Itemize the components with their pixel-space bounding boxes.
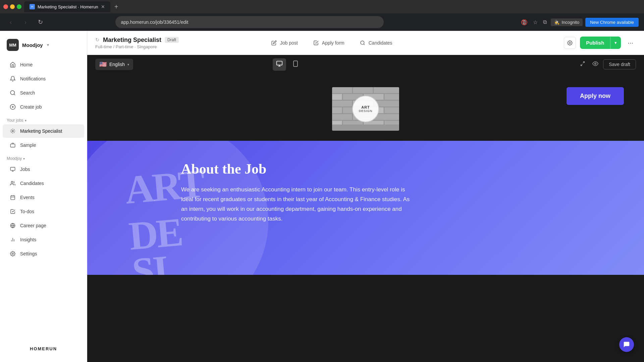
publish-main-btn[interactable]: Publish <box>580 37 610 49</box>
sidebar-candidates-label: Candidates <box>20 181 44 186</box>
svg-rect-43 <box>332 107 342 113</box>
svg-line-22 <box>364 44 365 45</box>
your-jobs-section: Your jobs ▾ <box>0 114 87 124</box>
job-subtitle: Full-time / Part-time · Singapore <box>95 44 179 49</box>
language-label: English <box>109 62 125 67</box>
nav-candidates-label: Candidates <box>369 40 392 46</box>
svg-rect-36 <box>332 94 342 100</box>
magnifier-icon <box>359 40 366 46</box>
bag-icon <box>9 142 16 148</box>
sidebar-career-page-label: Career page <box>20 223 46 228</box>
nav-candidates[interactable]: Candidates <box>353 37 399 49</box>
sidebar-item-settings[interactable]: Settings <box>3 247 84 260</box>
flag-icon: 🇺🇸 <box>99 61 107 68</box>
sidebar-item-todos[interactable]: To-dos <box>3 205 84 218</box>
brand-avatar: MM <box>7 39 19 51</box>
forward-btn[interactable]: › <box>20 17 31 27</box>
back-btn[interactable]: ‹ <box>5 17 16 27</box>
language-selector[interactable]: 🇺🇸 English ▾ <box>95 59 133 70</box>
maximize-window-btn[interactable] <box>17 4 21 9</box>
job-active-icon <box>9 128 16 134</box>
close-window-btn[interactable] <box>3 4 8 9</box>
nav-apply-form[interactable]: Apply form <box>306 37 351 49</box>
mobile-view-btn[interactable] <box>289 58 302 71</box>
more-options-btn[interactable]: ··· <box>625 38 636 48</box>
sidebar-item-insights[interactable]: Insights <box>3 233 84 246</box>
sidebar-insights-label: Insights <box>20 237 36 242</box>
sidebar-item-jobs[interactable]: Jobs <box>3 163 84 176</box>
svg-point-31 <box>595 63 596 64</box>
company-logo-area: ART DESIGN <box>279 87 451 131</box>
reload-btn[interactable]: ↻ <box>35 17 46 27</box>
sidebar: MM Moodjoy ▾ Home Notifications Search <box>0 31 87 362</box>
nav-job-post[interactable]: Job post <box>264 37 305 49</box>
incognito-label: Incognito <box>561 20 579 25</box>
sidebar-item-search[interactable]: Search <box>3 86 84 100</box>
home-icon <box>9 61 16 68</box>
browser-chrome: H Marketing Specialist · Homerun ✕ + <box>0 0 644 13</box>
svg-rect-7 <box>10 167 15 170</box>
url-bar[interactable]: app.homerun.co/job/336451/edit <box>115 16 384 28</box>
brand-area[interactable]: MM Moodjoy ▾ <box>0 36 87 58</box>
candidates-icon <box>9 180 16 187</box>
top-bar-actions: Publish ▾ ··· <box>564 37 636 49</box>
preview-eye-btn[interactable] <box>590 59 600 70</box>
bookmark-icon[interactable]: ☆ <box>532 18 539 27</box>
cursor-edit-btn[interactable] <box>578 59 588 70</box>
new-tab-btn[interactable]: + <box>112 3 121 11</box>
job-title-row: ↻ Marketing Specialist Draft <box>95 37 179 44</box>
gear-settings-btn[interactable] <box>564 37 576 49</box>
sidebar-item-events[interactable]: Events <box>3 191 84 204</box>
sidebar-jobs-label: Jobs <box>20 167 30 172</box>
svg-rect-6 <box>10 144 15 147</box>
split-view-icon[interactable]: ⧉ <box>542 18 548 26</box>
tab-close-btn[interactable]: ✕ <box>101 4 105 9</box>
save-draft-btn[interactable]: Save draft <box>603 59 636 69</box>
publish-dropdown-btn[interactable]: ▾ <box>610 37 621 49</box>
new-chrome-btn[interactable]: New Chrome available <box>585 18 639 27</box>
career-page-icon <box>9 222 16 229</box>
jobs-icon <box>9 166 16 173</box>
company-section: Moodjoy ▾ <box>0 152 87 162</box>
svg-point-21 <box>361 41 364 45</box>
incognito-badge: 🕵 Incognito <box>551 18 583 26</box>
job-content-section: ARTDESI About the Job We are seeking an … <box>87 141 644 275</box>
preview-area[interactable]: ART DESIGN Apply now ARTDESI <box>87 74 644 362</box>
logo-text-design: DESIGN <box>359 109 373 113</box>
sidebar-settings-label: Settings <box>20 251 37 256</box>
sync-icon[interactable]: ↻ <box>95 37 100 43</box>
bell-icon <box>9 75 16 82</box>
svg-point-10 <box>11 181 13 183</box>
sidebar-create-job-label: Create job <box>20 104 42 110</box>
sidebar-item-marketing-specialist[interactable]: Marketing Specialist <box>3 124 84 138</box>
brand-chevron-icon: ▾ <box>47 43 49 47</box>
sidebar-item-sample[interactable]: Sample <box>3 138 84 152</box>
publish-button-group[interactable]: Publish ▾ <box>580 37 621 49</box>
sidebar-item-candidates[interactable]: Candidates <box>3 177 84 190</box>
svg-rect-46 <box>384 107 399 113</box>
chat-bubble-btn[interactable] <box>619 337 634 352</box>
desktop-view-btn[interactable] <box>273 58 286 71</box>
svg-rect-35 <box>374 87 399 93</box>
apply-now-btn[interactable]: Apply now <box>567 87 624 105</box>
draft-badge: Draft <box>165 37 179 43</box>
events-icon <box>9 194 16 201</box>
sidebar-todos-label: To-dos <box>20 209 34 214</box>
sidebar-footer: HOMERUN <box>0 341 87 357</box>
svg-rect-40 <box>332 101 352 107</box>
sidebar-search-label: Search <box>20 90 35 96</box>
job-title-area: ↻ Marketing Specialist Draft Full-time /… <box>95 37 179 49</box>
company-logo-box: ART DESIGN <box>332 87 399 131</box>
window-controls <box>3 4 21 9</box>
your-jobs-label: Your jobs <box>7 118 23 123</box>
sidebar-item-career-page[interactable]: Career page <box>3 219 84 232</box>
brand-name: Moodjoy <box>22 42 43 48</box>
sidebar-item-notifications[interactable]: Notifications <box>3 72 84 85</box>
sidebar-item-create-job[interactable]: Create job <box>3 100 84 114</box>
active-tab[interactable]: H Marketing Specialist · Homerun ✕ <box>24 1 110 12</box>
logo-text-art: ART <box>361 105 370 109</box>
svg-point-23 <box>569 42 571 44</box>
sidebar-item-home[interactable]: Home <box>3 58 84 71</box>
minimize-window-btn[interactable] <box>10 4 15 9</box>
preview-content: ART DESIGN Apply now ARTDESI <box>87 74 644 362</box>
